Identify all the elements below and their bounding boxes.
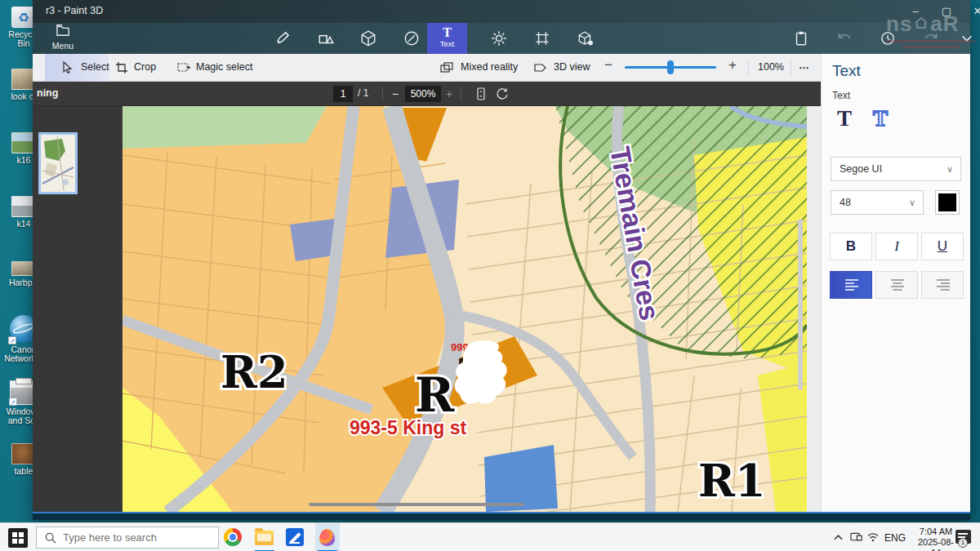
taskbar-chrome-button[interactable] [224,528,242,546]
taskbar: ENG 7:04 AM 2025-08-14 1 [0,522,980,551]
sticker-icon [403,29,421,47]
align-right-button[interactable] [921,271,964,299]
2d-shapes-tool-button[interactable] [317,29,335,47]
close-button[interactable]: ✕ [962,0,980,23]
wifi-icon[interactable] [866,531,880,542]
pdf-zoom-in-button[interactable]: + [446,87,452,100]
sun-icon [490,29,508,47]
zone-label-r2: R2 [220,346,287,398]
panel-title: Text [832,62,861,80]
redo-button[interactable] [922,29,940,47]
bold-button[interactable]: B [830,233,872,260]
brushes-tool-button[interactable] [274,29,292,47]
paint3d-window: r3 - Paint 3D – ▢ ✕ Menu T [33,0,970,520]
3d-view-icon[interactable] [532,60,547,75]
paint3d-icon [319,529,335,546]
crop-button[interactable]: Crop [134,61,156,73]
zoom-in-button[interactable]: + [728,57,737,73]
vertical-scrollbar[interactable] [798,219,803,390]
text-color-swatch[interactable] [935,190,960,215]
2d-text-type-button[interactable]: T [830,104,859,132]
chevron-down-icon: ∨ [947,158,953,180]
tray-chevron-up-icon[interactable] [833,533,844,541]
zoom-slider[interactable] [625,66,716,69]
font-size-select[interactable]: 48 ∨ [831,190,924,215]
zoom-out-button[interactable]: − [604,57,612,73]
stickers-tool-button[interactable] [403,29,421,47]
pdf-page-input[interactable]: 1 [333,86,353,102]
search-icon [45,532,56,544]
pdf-page-thumbnail[interactable] [38,132,78,194]
taskbar-explorer-button[interactable] [255,528,274,545]
menu-button[interactable]: Menu [44,24,82,53]
address-label-main: 993-5 King st [350,417,466,438]
windows-logo-icon [12,532,24,544]
canvas-frame-icon [533,29,551,47]
zoom-percent-value: 100% [758,61,784,73]
more-options-button[interactable]: ⋯ [799,61,809,73]
zoning-map: R2 999 King R 3 993-5 King st R1 Tremain… [122,106,807,512]
window-bottom-strip [33,512,970,520]
select-arrow-icon [60,60,74,75]
chevron-down-icon: ∨ [909,191,915,214]
align-right-icon [936,278,951,291]
italic-button[interactable]: I [875,233,918,260]
canvas-tool-button[interactable] [533,29,551,47]
zone-label-r1: R1 [698,455,765,507]
start-button[interactable] [8,528,28,548]
time-value: 7:04 AM [913,527,959,537]
drawing-canvas[interactable]: ning 1 / 1 − 500% + [33,82,821,512]
effects-tool-button[interactable] [490,29,508,47]
canvas-pasteboard [807,106,821,512]
search-input[interactable] [63,531,202,544]
text-tool-button-active[interactable]: T Text [427,23,467,54]
clipboard-icon [792,29,810,47]
mixed-reality-button[interactable]: Mixed reality [461,61,518,73]
magic-select-button[interactable]: Magic select [196,61,252,73]
maximize-button[interactable]: ▢ [931,0,962,23]
desktop: ♻ Recycle Bin look of k16 k14 Harbpic ↗ … [0,0,980,551]
undo-button[interactable] [835,29,853,47]
paste-button[interactable] [792,29,810,47]
align-left-button-active[interactable] [830,271,872,299]
zoning-map-image[interactable]: R2 999 King R 3 993-5 King st R1 Tremain… [122,106,807,512]
taskbar-search[interactable] [36,527,219,549]
rotate-icon[interactable] [495,87,510,101]
3d-shapes-tool-button[interactable] [359,29,377,47]
pdf-zoom-out-button[interactable]: − [392,87,399,100]
fit-page-icon[interactable] [474,87,488,101]
mixed-reality-icon[interactable] [439,60,454,75]
zoom-slider-thumb[interactable] [667,60,674,74]
align-center-button[interactable] [875,271,918,299]
folder-icon [56,24,70,37]
snip-app-icon [286,528,304,546]
horizontal-scrollbar[interactable] [309,503,524,506]
pdf-zoom-value[interactable]: 500% [405,86,441,102]
3d-view-button[interactable]: 3D view [554,61,590,73]
shortcut-arrow-icon: ↗ [9,398,17,406]
magic-select-icon[interactable] [176,60,191,75]
history-button[interactable] [879,29,897,47]
thumbnail-map-preview [41,135,75,192]
underline-button[interactable]: U [921,233,964,260]
toolbar-expand-button[interactable] [958,29,976,47]
font-family-select[interactable]: Segoe UI ∨ [831,157,961,181]
taskbar-paint3d-button-active[interactable] [315,523,340,551]
minimize-button[interactable]: – [900,0,931,23]
tool-options-ribbon: Select Crop Magic select Mixed reality 3… [33,54,821,82]
taskbar-snip-button[interactable] [286,528,304,546]
3d-library-button[interactable] [577,29,595,47]
brush-icon [274,29,292,47]
pdf-thumbnail-sidebar [33,106,122,512]
notification-center-button[interactable]: 1 [956,530,971,544]
undo-icon [835,29,853,47]
select-button-active[interactable]: Select [45,54,109,82]
date-value: 2025-08-14 [913,537,959,551]
crop-icon[interactable] [114,60,129,75]
3d-text-type-button[interactable]: T [866,104,895,132]
titlebar: r3 - Paint 3D – ▢ ✕ [33,0,970,23]
taskbar-clock[interactable]: 7:04 AM 2025-08-14 [913,527,959,551]
3d-library-icon [577,29,595,47]
language-indicator[interactable]: ENG [884,532,906,544]
meet-now-icon[interactable] [850,531,862,543]
